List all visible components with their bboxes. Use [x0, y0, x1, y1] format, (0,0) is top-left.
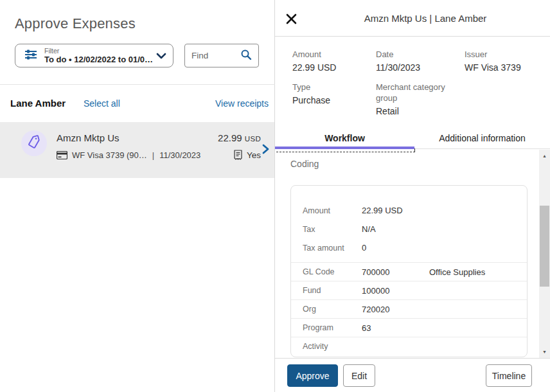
tab-additional-information[interactable]: Additional information — [414, 132, 550, 148]
coding-value: 22.99 USD — [362, 206, 429, 215]
row-date: 11/30/2023 — [159, 150, 200, 160]
row-card: WF Visa 3739 (90… — [72, 150, 147, 160]
coding-value: 720020 — [362, 305, 429, 314]
coding-label: Amount — [291, 206, 362, 215]
summary-label: Merchant category group — [376, 82, 452, 103]
find-box — [184, 44, 259, 67]
summary-label: Date — [376, 49, 420, 60]
detail-header: Amzn Mktp Us | Lane Amber — [275, 0, 550, 37]
coding-row: Tax N/A — [291, 220, 527, 238]
coding-label: Activity — [291, 342, 362, 351]
filter-label: Filter — [44, 47, 156, 55]
timeline-button[interactable]: Timeline — [486, 364, 532, 387]
chevron-down-icon — [156, 50, 166, 62]
filter-dropdown[interactable]: Filter To do • 12/02/2022 to 01/0… — [15, 44, 173, 67]
separator: | — [152, 150, 154, 160]
view-receipts-link[interactable]: View receipts — [215, 98, 269, 109]
coding-value: 0 — [362, 243, 429, 253]
expense-row[interactable]: Amzn Mktp Us WF Visa 3739 (90… | 11/30/2… — [0, 122, 274, 178]
coding-row: Program 63 — [291, 318, 527, 337]
coding-value: 63 — [362, 323, 429, 333]
group-name: Lane Amber — [10, 98, 66, 109]
coding-value: 700000 — [362, 267, 429, 277]
detail-title: Amzn Mktp Us | Lane Amber — [314, 0, 537, 37]
credit-card-icon — [57, 151, 67, 159]
coding-section-title: Coding — [290, 159, 319, 169]
group-header: Lane Amber Select all View receipts — [0, 91, 275, 116]
sliders-icon — [24, 48, 38, 64]
tab-focus-outline — [276, 148, 415, 152]
page-title: Approve Expenses — [15, 15, 136, 32]
coding-row: Org 720020 — [291, 299, 527, 318]
summary-value: 22.99 USD — [292, 62, 336, 73]
chevron-right-icon[interactable] — [261, 143, 270, 157]
coding-row: Amount 22.99 USD — [291, 201, 527, 220]
row-amount: 22.99 USD — [218, 132, 261, 143]
divider — [0, 84, 275, 85]
coding-value: 100000 — [362, 286, 429, 296]
summary-label: Issuer — [465, 49, 521, 60]
receipt-icon — [234, 150, 242, 160]
filter-value: To do • 12/02/2022 to 01/0… — [44, 55, 156, 64]
search-icon[interactable] — [240, 49, 252, 63]
coding-row: GL Code 700000 Office Supplies — [291, 262, 527, 281]
summary-value: 11/30/2023 — [376, 62, 420, 73]
summary-issuer: Issuer WF Visa 3739 — [465, 49, 521, 73]
row-merchant: Amzn Mktp Us — [57, 132, 120, 143]
amount-currency: USD — [245, 135, 261, 143]
tag-icon — [27, 135, 41, 152]
scrollbar[interactable]: ▲ ▼ — [539, 150, 550, 358]
summary-label: Type — [292, 82, 330, 93]
coding-card: Amount 22.99 USD Tax N/A Tax amount 0 GL… — [290, 185, 528, 357]
summary-label: Amount — [292, 49, 336, 60]
coding-label: Tax amount — [291, 244, 362, 253]
amount-value: 22.99 — [218, 132, 242, 143]
summary-merchant-category: Merchant category group Retail — [376, 82, 452, 117]
close-icon[interactable] — [285, 12, 297, 25]
avatar — [21, 130, 47, 156]
summary-value: Retail — [376, 106, 452, 117]
receipt-status: Yes — [247, 150, 261, 160]
expense-detail-panel: Amzn Mktp Us | Lane Amber Amount 22.99 U… — [275, 0, 550, 392]
search-input[interactable] — [191, 51, 236, 60]
detail-tabs: Workflow Additional information — [275, 132, 550, 149]
expense-list-panel: Approve Expenses Filter To do • 12/02/20… — [0, 0, 275, 392]
summary-date: Date 11/30/2023 — [376, 49, 420, 73]
coding-row: Activity — [291, 337, 527, 355]
coding-label: GL Code — [291, 267, 362, 276]
coding-label: Program — [291, 323, 362, 332]
coding-label: Fund — [291, 286, 362, 295]
action-bar: Approve Edit Timeline — [275, 358, 550, 392]
triangle-down-icon[interactable]: ▼ — [539, 347, 550, 357]
select-all-link[interactable]: Select all — [84, 98, 120, 109]
approve-expenses-app: Approve Expenses Filter To do • 12/02/20… — [0, 0, 550, 392]
summary-value: WF Visa 3739 — [465, 62, 521, 73]
coding-row: Tax amount 0 — [291, 238, 527, 257]
coding-extra: Office Supplies — [429, 267, 485, 277]
approve-button[interactable]: Approve — [287, 364, 338, 387]
coding-row: Fund 100000 — [291, 281, 527, 299]
summary-type: Type Purchase — [292, 82, 330, 106]
tab-workflow[interactable]: Workflow — [275, 132, 414, 148]
coding-label: Tax — [291, 225, 362, 234]
summary-value: Purchase — [292, 95, 330, 106]
coding-value: N/A — [362, 224, 429, 234]
coding-label: Org — [291, 305, 362, 314]
edit-button[interactable]: Edit — [343, 364, 375, 387]
triangle-up-icon[interactable]: ▲ — [539, 151, 550, 161]
scrollbar-thumb[interactable] — [540, 206, 549, 287]
summary-amount: Amount 22.99 USD — [292, 49, 336, 73]
row-subline: WF Visa 3739 (90… | 11/30/2023 — [57, 150, 200, 160]
row-receipt: Yes — [234, 150, 261, 160]
